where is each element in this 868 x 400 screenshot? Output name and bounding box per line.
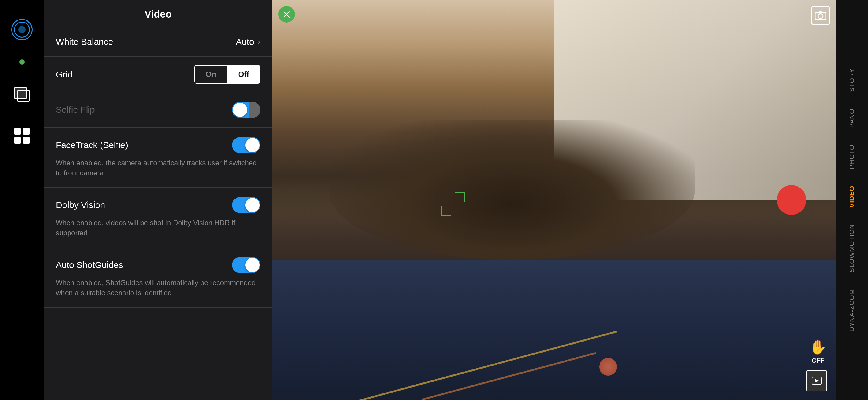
close-button[interactable]	[278, 6, 295, 23]
gallery-play-icon	[811, 376, 822, 385]
auto-shotguides-description: When enabled, ShotGuides will automatica…	[56, 278, 260, 298]
mode-pano[interactable]: PANO	[845, 100, 859, 136]
stabilization-control[interactable]: ✋ OFF	[809, 339, 827, 364]
camera-icon-svg	[815, 10, 827, 21]
selfie-flip-thumb	[233, 103, 247, 117]
mode-slowmotion[interactable]: SLOWMOTION	[845, 216, 859, 281]
svg-rect-2	[14, 137, 21, 144]
facetrack-label: FaceTrack (Selfie)	[56, 140, 128, 150]
dolby-vision-section: Dolby Vision When enabled, videos will b…	[44, 188, 272, 247]
settings-panel: Video White Balance Auto › Grid On Off S…	[44, 0, 272, 400]
right-mode-menu: STORY PANO PHOTO VIDEO SLOWMOTION DYNA-Z…	[836, 0, 868, 400]
svg-point-5	[818, 14, 823, 19]
dolby-vision-label: Dolby Vision	[56, 200, 105, 210]
selfie-flip-toggle[interactable]	[232, 102, 260, 118]
white-balance-right: Auto ›	[236, 37, 260, 47]
dolby-vision-toggle[interactable]	[232, 197, 260, 213]
active-dot-indicator	[19, 59, 25, 65]
facetrack-thumb	[245, 138, 259, 152]
white-balance-value: Auto	[236, 37, 254, 47]
camera-lens-icon	[11, 19, 33, 40]
camera-lens-icon-btn[interactable]	[10, 18, 34, 41]
shirt-design	[329, 354, 780, 393]
shirt-line-1	[356, 331, 617, 400]
grid-toggle-group[interactable]: On Off	[194, 65, 260, 84]
grid-menu-icon	[13, 127, 31, 145]
auto-shotguides-label: Auto ShotGuides	[56, 260, 123, 270]
beard-area	[329, 120, 695, 260]
settings-title: Video	[44, 0, 272, 27]
chevron-right-icon: ›	[258, 37, 260, 47]
white-balance-label: White Balance	[56, 37, 113, 47]
facetrack-toggle[interactable]	[232, 137, 260, 153]
camera-switch-container	[811, 6, 830, 25]
layers-icon	[13, 86, 31, 103]
left-sidebar	[0, 0, 44, 400]
grid-on-button[interactable]: On	[194, 65, 227, 84]
shirt-area	[272, 260, 836, 400]
gallery-thumbnail[interactable]	[806, 370, 827, 391]
dolby-vision-header: Dolby Vision	[56, 197, 260, 213]
mode-photo[interactable]: PHOTO	[845, 136, 859, 178]
auto-shotguides-section: Auto ShotGuides When enabled, ShotGuides…	[44, 247, 272, 307]
mode-video[interactable]: VIDEO	[845, 178, 859, 216]
record-button[interactable]	[777, 185, 806, 215]
mode-story[interactable]: STORY	[845, 60, 859, 100]
grid-off-button[interactable]: Off	[227, 65, 260, 84]
grid-row: Grid On Off	[44, 57, 272, 92]
svg-marker-7	[815, 379, 819, 382]
svg-rect-1	[23, 128, 30, 135]
settings-content: White Balance Auto › Grid On Off Selfie …	[44, 27, 272, 400]
facetrack-section: FaceTrack (Selfie) When enabled, the cam…	[44, 128, 272, 188]
grid-menu-icon-btn[interactable]	[10, 124, 34, 148]
white-balance-row[interactable]: White Balance Auto ›	[44, 27, 272, 57]
facetrack-description: When enabled, the camera automatically t…	[56, 158, 260, 178]
dolby-vision-thumb	[245, 198, 259, 212]
camera-preview: ✋ OFF	[272, 0, 836, 400]
facetrack-header: FaceTrack (Selfie)	[56, 137, 260, 153]
selfie-flip-row[interactable]: Selfie Flip	[44, 92, 272, 128]
layers-icon-btn[interactable]	[10, 83, 34, 106]
shirt-graphic	[599, 358, 617, 376]
camera-switch-icon[interactable]	[811, 6, 830, 25]
dolby-vision-description: When enabled, videos will be shot in Dol…	[56, 218, 260, 238]
grid-label: Grid	[56, 69, 73, 80]
auto-shotguides-toggle[interactable]	[232, 257, 260, 273]
svg-rect-3	[23, 137, 30, 144]
stabilization-label: OFF	[812, 357, 825, 364]
auto-shotguides-header: Auto ShotGuides	[56, 257, 260, 273]
svg-rect-0	[14, 128, 21, 135]
selfie-flip-label: Selfie Flip	[56, 105, 95, 115]
mode-dyna-zoom[interactable]: DYNA-ZOOM	[845, 281, 859, 340]
hand-icon: ✋	[809, 339, 827, 356]
focus-bracket	[441, 192, 465, 216]
